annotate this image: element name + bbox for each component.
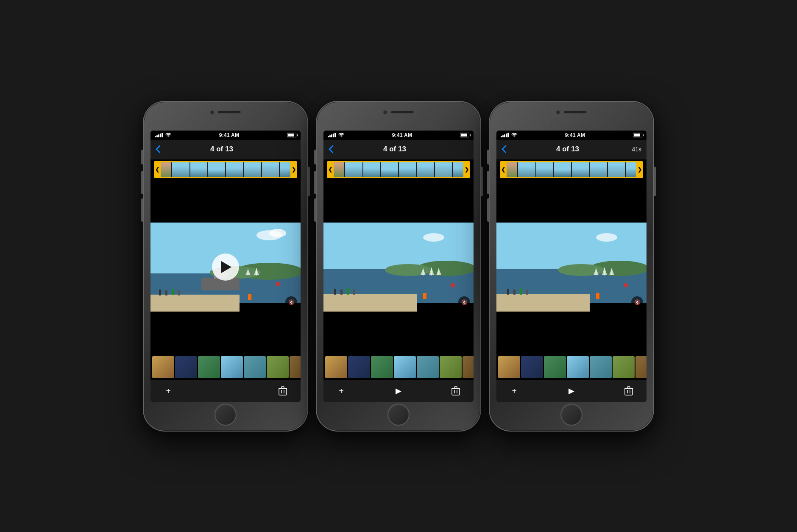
battery-fill-3 — [634, 134, 640, 136]
status-bar-1: 9:41 AM — [150, 131, 301, 140]
thumbnail-2[interactable] — [175, 356, 197, 378]
svg-rect-20 — [279, 388, 287, 395]
thumbnail-2-5[interactable] — [417, 356, 439, 378]
status-left-2 — [328, 133, 344, 138]
mute-switch-2 — [314, 150, 316, 164]
signal-bar — [334, 133, 336, 137]
wifi-icon-2 — [338, 133, 344, 138]
mute-button-3[interactable]: 🔇 — [631, 296, 643, 308]
delete-button-2[interactable] — [448, 383, 463, 398]
phone-top-3 — [556, 110, 587, 114]
thumbnail-1[interactable] — [152, 356, 174, 378]
filmstrip-frame — [381, 161, 398, 178]
volume-down-3 — [487, 198, 489, 222]
thumbnail-2-3[interactable] — [371, 356, 393, 378]
svg-rect-34 — [347, 288, 349, 295]
thumbnail-5[interactable] — [244, 356, 266, 378]
svg-rect-32 — [334, 289, 336, 295]
signal-bar — [162, 133, 163, 137]
timeline-strip-3[interactable]: ❮ ❯ — [496, 159, 647, 180]
svg-point-0 — [168, 136, 169, 136]
camera-1 — [210, 110, 215, 114]
back-button-3[interactable] — [502, 145, 507, 153]
delete-button-3[interactable] — [621, 383, 636, 398]
volume-down-2 — [314, 198, 316, 222]
filmstrip-frame — [554, 161, 571, 178]
trim-border-top-3 — [507, 161, 636, 162]
signal-bar — [331, 134, 332, 137]
back-button-1[interactable] — [156, 145, 161, 153]
thumbnail-6[interactable] — [267, 356, 289, 378]
mute-button-2[interactable]: 🔇 — [458, 296, 470, 308]
thumbnail-3-5[interactable] — [590, 356, 612, 378]
timeline-strip-1[interactable]: ❮ ❯ — [150, 159, 301, 180]
signal-bar — [329, 135, 331, 137]
signal-bars-2 — [328, 133, 336, 137]
signal-bar — [507, 133, 509, 137]
trim-left-symbol-3: ❮ — [501, 167, 505, 173]
thumbnail-3-4[interactable] — [567, 356, 589, 378]
play-triangle-1 — [221, 261, 231, 273]
trim-handle-left-2[interactable]: ❮ — [327, 161, 334, 178]
svg-rect-59 — [526, 290, 528, 295]
trim-right-symbol-1: ❯ — [292, 167, 296, 173]
play-toolbar-2[interactable]: ▶ — [391, 383, 406, 398]
filmstrip-frame — [226, 161, 243, 178]
filmstrip-frame — [363, 161, 381, 178]
thumbnail-2-2[interactable] — [348, 356, 370, 378]
thumbnail-3-7[interactable] — [635, 356, 647, 378]
nav-duration-3: 41s — [629, 146, 641, 153]
video-area-2[interactable]: 🔇 — [323, 180, 474, 354]
thumbnail-3-2[interactable] — [521, 356, 543, 378]
svg-rect-56 — [507, 289, 509, 295]
thumbnail-4[interactable] — [221, 356, 243, 378]
trim-handle-right-3[interactable]: ❯ — [636, 161, 643, 178]
phone-screen-2: 9:41 AM 4 of 13 — [323, 131, 474, 402]
home-button-2[interactable] — [387, 404, 410, 426]
status-right-1 — [287, 133, 296, 137]
timeline-strip-2[interactable]: ❮ ❯ — [323, 159, 474, 180]
thumbnail-2-1[interactable] — [325, 356, 347, 378]
mute-icon-2: 🔇 — [461, 299, 468, 305]
back-button-2[interactable] — [329, 145, 334, 153]
thumbnail-2-7[interactable] — [463, 356, 474, 378]
add-button-2[interactable]: + — [334, 383, 349, 398]
svg-rect-68 — [625, 388, 633, 395]
thumbnail-3-3[interactable] — [544, 356, 566, 378]
add-button-1[interactable]: + — [161, 383, 176, 398]
camera-3 — [556, 110, 560, 114]
thumbnail-2-6[interactable] — [440, 356, 462, 378]
thumbnail-3[interactable] — [198, 356, 220, 378]
thumbnail-3-1[interactable] — [498, 356, 520, 378]
signal-bar — [155, 136, 156, 137]
trim-handle-right-1[interactable]: ❯ — [290, 161, 297, 178]
status-right-3 — [633, 133, 642, 137]
trim-border-bottom-2 — [334, 177, 463, 178]
thumbnail-2-4[interactable] — [394, 356, 416, 378]
trim-handle-left-3[interactable]: ❮ — [500, 161, 507, 178]
delete-button-1[interactable] — [275, 383, 290, 398]
play-toolbar-3[interactable]: ▶ — [564, 383, 579, 398]
mute-switch-3 — [487, 150, 489, 164]
home-button-3[interactable] — [560, 404, 582, 426]
play-button-1[interactable] — [212, 253, 239, 281]
nav-bar-3: 4 of 13 41s — [496, 140, 647, 159]
thumbnail-3-6[interactable] — [613, 356, 635, 378]
add-button-3[interactable]: + — [507, 383, 522, 398]
signal-bar — [156, 135, 158, 137]
svg-rect-57 — [513, 290, 516, 295]
phone-top-1 — [210, 110, 241, 114]
speaker-1 — [218, 111, 241, 114]
signal-bar — [504, 134, 505, 137]
power-button-3 — [654, 167, 656, 196]
phone-top-2 — [383, 110, 414, 114]
mute-button-1[interactable]: 🔇 — [285, 296, 297, 308]
trim-handle-right-2[interactable]: ❯ — [463, 161, 470, 178]
video-area-3[interactable]: 🔇 — [496, 180, 647, 354]
signal-bars-1 — [155, 133, 163, 137]
volume-up-3 — [487, 171, 489, 194]
home-button-1[interactable] — [215, 404, 237, 426]
thumbnail-7[interactable] — [290, 356, 301, 378]
video-area-1[interactable]: 🔇 — [150, 180, 301, 354]
trim-handle-left-1[interactable]: ❮ — [154, 161, 161, 178]
